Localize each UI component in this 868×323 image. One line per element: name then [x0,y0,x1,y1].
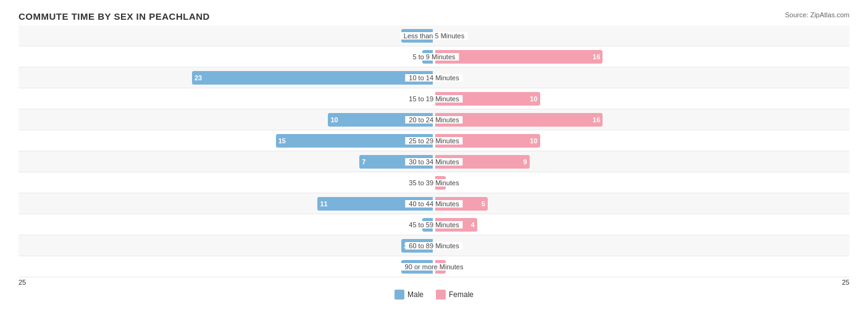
male-section: 10 [19,109,434,130]
male-value: 3 [404,242,407,250]
female-bar-wrap: 5 [435,197,849,211]
table-row: 0135 to 39 Minutes [19,172,849,193]
table-row: 01015 to 19 Minutes [19,88,849,109]
male-section: 3 [19,25,434,46]
male-bar-wrap: 11 [19,197,433,211]
table-row: 7930 to 34 Minutes [19,151,849,172]
male-bar-wrap: 1 [19,50,433,64]
axis-right: 25 [842,279,849,286]
female-bar-wrap: 10 [435,92,849,106]
bars-area: 30Less than 5 Minutes1165 to 9 Minutes23… [19,25,849,277]
male-value: 3 [404,263,407,271]
female-value: 0 [438,242,441,250]
male-value: 7 [362,158,365,166]
male-section: 11 [19,193,434,214]
legend-male: Male [394,290,424,300]
male-section: 1 [19,46,434,67]
male-value: 0 [427,95,430,103]
female-bar: 4 [435,218,477,232]
female-section: 0 [434,235,849,256]
female-section: 16 [434,109,849,130]
male-bar: 15 [276,134,433,148]
male-value: 1 [416,221,420,229]
female-bar: 9 [435,155,530,169]
legend-female-label: Female [449,290,474,299]
table-row: 1445 to 59 Minutes [19,214,849,235]
row-inner: 151025 to 29 Minutes [19,130,849,151]
row-inner: 30Less than 5 Minutes [19,25,849,46]
male-bar: 3 [401,29,433,43]
male-bar-wrap: 7 [19,155,433,169]
female-value: 5 [482,200,485,208]
male-bar: 11 [317,197,433,211]
female-value: 1 [448,179,452,187]
table-row: 11540 to 44 Minutes [19,193,849,214]
male-section: 1 [19,214,434,235]
male-section: 0 [19,172,434,193]
female-section: 1 [434,256,849,277]
female-section: 10 [434,88,849,109]
female-bar: 10 [435,92,540,106]
male-section: 3 [19,235,434,256]
female-bar-wrap: 16 [435,50,849,64]
female-value: 0 [438,74,441,82]
source-text: Source: ZipAtlas.com [785,11,849,19]
female-value: 9 [523,158,527,166]
female-value: 16 [593,116,600,124]
male-bar: 3 [401,260,433,274]
female-bar: 1 [435,176,446,190]
female-bar-wrap: 0 [435,29,849,43]
row-inner: 0135 to 39 Minutes [19,172,849,193]
female-section: 10 [434,130,849,151]
male-bar: 1 [422,50,433,64]
male-value: 23 [194,74,202,82]
female-bar: 5 [435,197,488,211]
male-bar-wrap: 3 [19,239,433,253]
table-row: 101620 to 24 Minutes [19,109,849,130]
male-bar: 1 [422,218,433,232]
male-bar: 7 [359,155,433,169]
legend: Male Female [19,290,849,300]
axis-left: 25 [19,279,26,286]
male-value: 0 [427,179,430,187]
row-inner: 11540 to 44 Minutes [19,193,849,214]
female-bar-wrap: 4 [435,218,849,232]
chart-container: COMMUTE TIME BY SEX IN PEACHLAND Source:… [0,0,868,323]
male-bar: 10 [328,113,433,127]
female-section: 9 [434,151,849,172]
male-value: 15 [278,137,286,145]
female-bar-wrap: 1 [435,176,849,190]
table-row: 30Less than 5 Minutes [19,25,849,46]
table-row: 23010 to 14 Minutes [19,67,849,88]
female-value: 10 [530,137,537,145]
female-bar: 16 [435,50,603,64]
male-value: 11 [320,200,327,208]
female-bar-wrap: 9 [435,155,849,169]
row-inner: 3060 to 89 Minutes [19,235,849,256]
female-section: 4 [434,214,849,235]
female-bar-wrap: 10 [435,134,849,148]
table-row: 151025 to 29 Minutes [19,130,849,151]
female-section: 0 [434,67,849,88]
female-color-box [436,290,446,300]
female-bar: 16 [435,113,603,127]
legend-male-label: Male [407,290,424,299]
male-section: 0 [19,88,434,109]
female-bar: 1 [435,260,446,274]
row-inner: 01015 to 19 Minutes [19,88,849,109]
table-row: 3060 to 89 Minutes [19,235,849,256]
female-value: 1 [448,263,452,271]
female-value: 0 [438,32,441,40]
female-section: 16 [434,46,849,67]
row-inner: 101620 to 24 Minutes [19,109,849,130]
female-bar-wrap: 1 [435,260,849,274]
male-bar-wrap: 0 [19,92,433,106]
male-section: 23 [19,67,434,88]
male-value: 3 [404,32,407,40]
row-inner: 1445 to 59 Minutes [19,214,849,235]
female-value: 4 [471,221,475,229]
legend-female: Female [436,290,474,300]
female-section: 1 [434,172,849,193]
male-color-box [394,290,404,300]
row-inner: 1165 to 9 Minutes [19,46,849,67]
